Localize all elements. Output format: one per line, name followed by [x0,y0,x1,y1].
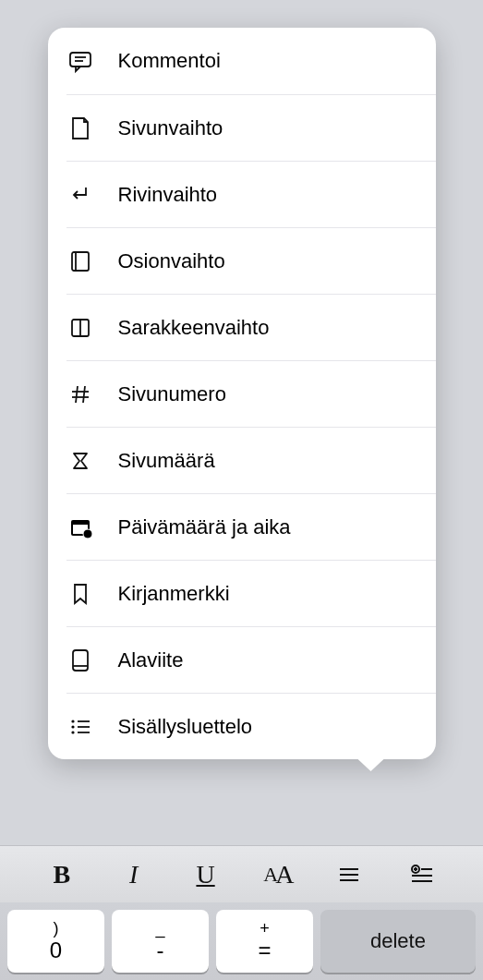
menu-label: Sivunvaihto [118,116,223,140]
page-number-icon [66,381,94,408]
key-bot: = [258,938,271,962]
key-top: _ [155,920,164,938]
svg-rect-14 [73,650,88,671]
svg-point-16 [71,720,74,722]
svg-point-17 [71,725,74,728]
menu-label: Kommentoi [118,49,221,73]
menu-item-comment[interactable]: Kommentoi [48,28,436,94]
menu-label: Kirjanmerkki [118,582,230,606]
menu-item-line-break[interactable]: Rivinvaihto [66,161,436,227]
key-bot: 0 [50,938,62,962]
svg-line-7 [76,386,78,403]
key-0[interactable]: ) 0 [7,910,104,973]
italic-button[interactable]: I [111,856,157,893]
key-top: + [260,920,270,938]
key-equals[interactable]: + = [216,910,313,973]
key-dash[interactable]: _ - [112,910,209,973]
menu-item-bookmark[interactable]: Kirjanmerkki [66,560,436,626]
toc-icon [66,713,94,741]
menu-label: Sarakkeenvaihto [118,316,270,340]
svg-line-8 [83,386,85,403]
menu-item-page-count[interactable]: Sivumäärä [66,427,436,493]
align-button[interactable] [326,856,372,893]
svg-rect-0 [70,53,91,67]
comment-icon [66,47,94,75]
key-bot: - [157,938,164,962]
column-break-icon [66,314,94,342]
bookmark-icon [66,580,94,608]
svg-point-13 [83,529,92,538]
page-break-icon [66,115,94,142]
format-toolbar: B I U AA [0,845,483,902]
menu-item-section-break[interactable]: Osionvaihto [66,227,436,294]
menu-label: Sisällysluettelo [118,715,253,739]
menu-label: Sivunumero [118,382,226,406]
section-break-icon [66,248,94,275]
menu-item-page-number[interactable]: Sivunumero [66,360,436,427]
menu-label: Alaviite [118,648,184,672]
bold-button[interactable]: B [39,856,85,893]
footnote-icon [66,647,94,674]
font-button[interactable]: AA [254,856,300,893]
page-count-icon [66,447,94,475]
menu-item-column-break[interactable]: Sarakkeenvaihto [66,294,436,360]
underline-button[interactable]: U [183,856,229,893]
menu-label: Rivinvaihto [118,183,218,207]
line-break-icon [66,181,94,209]
menu-item-date-time[interactable]: Päivämäärä ja aika [66,493,436,560]
svg-point-18 [71,731,74,733]
key-delete[interactable]: delete [320,910,476,973]
menu-item-footnote[interactable]: Alaviite [66,626,436,693]
menu-item-page-break[interactable]: Sivunvaihto [66,94,436,161]
menu-label: Sivumäärä [118,449,215,473]
insert-button[interactable] [398,856,444,893]
key-label: delete [370,930,426,952]
key-top: ) [54,920,59,938]
menu-label: Osionvaihto [118,249,225,273]
keyboard-row: ) 0 _ - + = delete [0,902,483,980]
menu-label: Päivämäärä ja aika [118,515,291,539]
date-time-icon [66,514,94,541]
insert-menu-popover: Kommentoi Sivunvaihto Rivinvaihto Osionv… [48,28,436,759]
menu-item-toc[interactable]: Sisällysluettelo [66,693,436,759]
svg-rect-3 [72,252,89,271]
